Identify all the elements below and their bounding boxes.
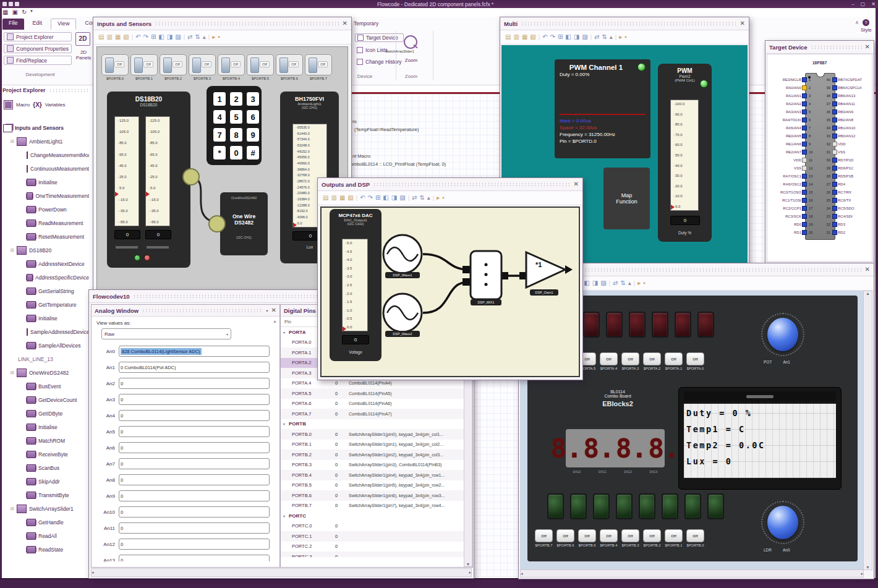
pin-row[interactable]: RA7/OSC1 13 28 RD5/P1B (768, 172, 871, 180)
switch-handle[interactable] (221, 58, 230, 73)
pin-row[interactable]: RA0/AN0 2 39 RB6/ICSPCLK (768, 83, 871, 92)
toolbar-icon[interactable]: ▸ (212, 34, 215, 40)
ribbon-tab[interactable]: File (2, 19, 24, 30)
tree-item[interactable]: ⊟ ResetMeasurement (27, 230, 89, 244)
toolbar-icon[interactable]: ▦ (115, 34, 121, 40)
toggle-switch[interactable]: Off $PORTB.3 (189, 54, 216, 80)
board-switch[interactable]: Off $PORTA.1 (665, 352, 683, 370)
pin-pad-left[interactable] (802, 214, 807, 219)
tree-item[interactable]: ⊟ SampleAllDevices (27, 339, 89, 352)
tree-item[interactable]: ⊟ Initialise (27, 420, 89, 434)
toolbar-icon[interactable]: ▦ (339, 195, 345, 201)
digital-pin-row[interactable]: PORTB.7 0 SwitchArraySlider1(pin7), keyp… (281, 501, 472, 511)
board-switch[interactable]: Off $PORTB.1 (665, 529, 683, 547)
analog-value-box[interactable]: 0 ComboBL0114(Pot ADC) (119, 362, 270, 373)
keypad-key[interactable]: 1 (213, 92, 226, 106)
tree-item[interactable]: ⊟ ReceiveByte (27, 448, 89, 461)
board-switch[interactable]: Off $PORTB.0 (686, 529, 704, 547)
keypad-key[interactable]: 7 (213, 127, 226, 142)
inputs-window-titlebar[interactable]: Inputs and Sensors ✕ (93, 17, 351, 30)
pin-pad-left[interactable] (802, 198, 807, 203)
digital-pin-row[interactable]: PORTB.1 0 SwitchArraySlider1(pin1), keyp… (281, 440, 472, 450)
tab-temporary[interactable]: Temporary (354, 20, 378, 27)
maximize-icon[interactable]: ▢ (861, 1, 866, 7)
toolbar-icon[interactable]: ▧ (347, 195, 353, 201)
tree-item[interactable]: ⊟ Initialise (27, 312, 89, 325)
pin-pad-left[interactable] (802, 126, 807, 130)
pin-pad-right[interactable] (832, 166, 837, 171)
digital-pin-row[interactable]: PORTB.5 0 SwitchArraySlider1(pin5), keyp… (281, 480, 472, 491)
toolbar-icon[interactable]: ⇅ (602, 34, 607, 40)
toolbar-icon[interactable]: | (208, 35, 210, 40)
close-icon[interactable]: ✕ (271, 307, 276, 313)
toolbar-icon[interactable]: | (433, 195, 434, 201)
keypad-key[interactable]: 6 (246, 109, 260, 124)
pin-pad-right[interactable] (832, 117, 837, 122)
ldr-knob[interactable] (761, 501, 804, 544)
toolbar-icon[interactable]: ▸ (437, 195, 440, 201)
tree-item[interactable]: ⊟ TransmitByte (27, 488, 89, 502)
toolbar-icon[interactable]: ◧ (565, 34, 571, 40)
close-icon[interactable]: ✕ (865, 44, 870, 50)
board-switch[interactable]: Off $PORTA.2 (643, 352, 661, 370)
temperature-slider-2[interactable]: 125.0105.085.065.045.025.05.0-15.0-35.0-… (145, 116, 170, 226)
horizontal-scrollbar[interactable]: ◂▸ (520, 569, 864, 577)
tree-expander-icon[interactable]: ⊟ (11, 139, 14, 144)
slider-marker[interactable] (115, 192, 119, 197)
tree-item[interactable]: ⊟ GetSerialString (27, 284, 89, 298)
toolbar-icon[interactable]: | (408, 195, 409, 201)
toolbar-icon[interactable]: ▥ (513, 34, 519, 40)
toolbar-icon[interactable]: ↷ (550, 34, 555, 40)
toolbar-icon[interactable]: ◨ (592, 280, 598, 286)
macro-label[interactable]: Macro (16, 102, 30, 108)
pin-pad-left[interactable] (802, 77, 807, 82)
tree-item[interactable]: ⊟ SampleAddressedDevice (27, 325, 89, 339)
pin-row[interactable]: RD1 20 21 RD2 (768, 228, 871, 236)
zoom-button-label[interactable]: Zoom (399, 58, 424, 63)
switch-handle[interactable] (134, 58, 143, 73)
toolbar-icon[interactable]: ⇄ (412, 195, 417, 201)
pin-pad-right[interactable] (832, 190, 837, 195)
toolbar-icon[interactable]: ▨ (175, 34, 181, 40)
analog-value-box[interactable]: 0 (119, 394, 270, 405)
ribbon-tab[interactable]: View (51, 19, 76, 30)
voltage-slider[interactable]: 5.04.54.03.53.02.52.01.51.00.50.0 (342, 239, 368, 331)
toolbar-icon[interactable]: | (634, 281, 635, 286)
digital-pin-row[interactable]: PORTC.3 0 (281, 552, 472, 557)
board-switch[interactable]: Off $PORTB.6 (556, 529, 574, 547)
toolbar-icon[interactable]: ⇄ (613, 280, 618, 286)
multi-window-titlebar[interactable]: Multi ✕ (500, 17, 749, 30)
toolbar-icon[interactable]: ▥ (331, 195, 336, 201)
tree-expander-icon[interactable]: ⊟ (11, 506, 14, 511)
tree-item[interactable]: ⊟ AmbientLight1 (11, 135, 89, 148)
toolbar-icon[interactable]: ◧ (383, 195, 388, 201)
tree-item[interactable]: ⊟ AddressNextDevice (27, 257, 89, 271)
tree-item[interactable]: ⊟ OneWireDS2482 (11, 366, 89, 380)
tree-expander-icon[interactable]: ⊟ (11, 370, 14, 375)
digital-pin-row[interactable]: PORTC.0 0 (281, 521, 472, 532)
analog-value-box[interactable]: 0 (119, 490, 270, 501)
toolbar-icon[interactable]: ▸ (637, 280, 641, 286)
toolbar-icon[interactable]: ⇄ (187, 34, 192, 40)
keypad-key[interactable]: * (213, 145, 226, 160)
board-switch[interactable]: Off $PORTB.5 (578, 529, 596, 547)
tree-item[interactable]: ⊟ GetHandle (27, 516, 89, 529)
toolbar-icon[interactable]: ▪ (643, 280, 646, 286)
horizontal-scrollbar[interactable]: ◂▸ (91, 568, 472, 577)
tree-item[interactable]: ⊟ ReadMeasurement (27, 216, 89, 230)
pin-pad-right[interactable] (832, 174, 837, 179)
toolbar-icon[interactable]: | (590, 35, 592, 40)
board-switch[interactable]: Off $PORTB.7 (535, 529, 553, 547)
help-icon[interactable]: ? (863, 19, 869, 26)
digital-pin-row[interactable]: PORTB (281, 419, 472, 430)
toggle-switch[interactable]: Off $PORTB.5 (247, 54, 274, 80)
pin-row[interactable]: RC1/T1OSI 16 25 RC6/TX (768, 196, 871, 204)
toolbar-icon[interactable]: ▴ (610, 34, 613, 40)
analog-value-box[interactable]: 0 (119, 522, 270, 534)
switch-handle[interactable] (163, 58, 172, 73)
digital-pin-row[interactable]: PORTB.2 0 SwitchArraySlider1(pin2), keyp… (281, 450, 472, 460)
pin-row[interactable]: RD0 19 22 RD3 (768, 220, 871, 228)
digital-pin-row[interactable]: PORTC (281, 511, 472, 521)
2d-panels-icon[interactable]: 2D (75, 32, 90, 46)
close-icon[interactable]: ✕ (574, 181, 579, 187)
